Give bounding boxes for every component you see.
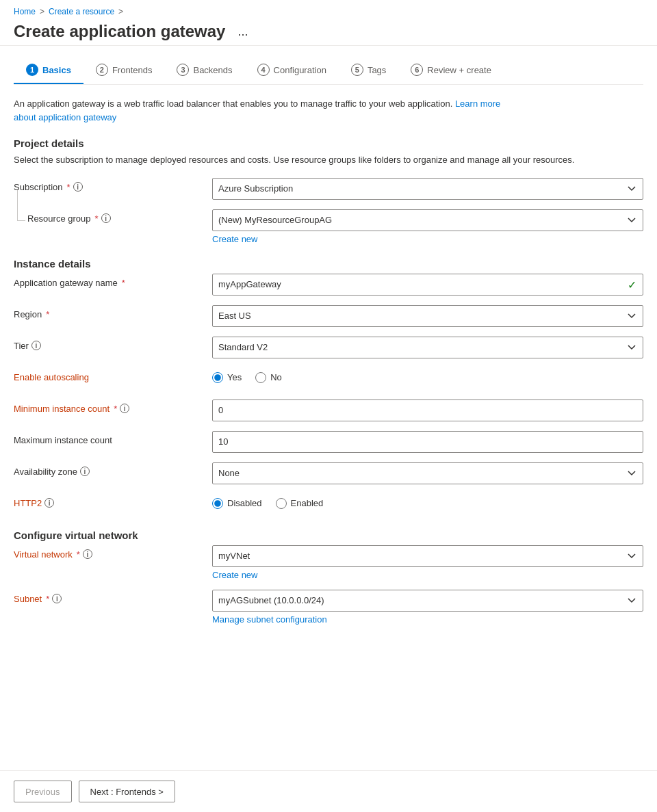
region-select[interactable]: East US	[212, 305, 643, 327]
http2-disabled-option[interactable]: Disabled	[212, 498, 262, 509]
about-app-gateway-link[interactable]: about application gateway	[14, 112, 116, 122]
gateway-name-input-wrapper: ✓	[212, 274, 643, 296]
tab-number-tags: 5	[351, 64, 363, 76]
min-instance-input[interactable]	[212, 400, 643, 421]
tab-basics[interactable]: 1 Basics	[14, 57, 83, 84]
availability-zone-control: None	[212, 462, 643, 484]
autoscaling-no-option[interactable]: No	[255, 372, 282, 383]
tier-control: Standard V2	[212, 337, 643, 358]
subscription-control: Azure Subscription	[212, 178, 643, 200]
tab-review-create[interactable]: 6 Review + create	[398, 57, 504, 84]
ellipsis-button[interactable]: ...	[233, 23, 252, 40]
vnet-create-new[interactable]: Create new	[212, 570, 643, 580]
tab-number-review: 6	[411, 64, 423, 76]
max-instance-input[interactable]	[212, 431, 643, 453]
gateway-name-control: ✓	[212, 274, 643, 296]
breadcrumb-sep1: >	[40, 7, 44, 16]
subscription-row: Subscription * i Azure Subscription	[14, 178, 643, 200]
vnet-required: *	[77, 549, 80, 560]
tier-label: Tier i	[14, 337, 212, 351]
autoscaling-radio-group: Yes No	[212, 368, 643, 383]
footer: Previous Next : Frontends >	[0, 770, 657, 812]
subscription-select[interactable]: Azure Subscription	[212, 178, 643, 200]
min-instance-required: *	[114, 404, 117, 414]
resource-group-label: Resource group * i	[14, 209, 212, 224]
resource-group-required: *	[95, 213, 99, 224]
http2-enabled-option[interactable]: Enabled	[276, 498, 324, 509]
autoscaling-label: Enable autoscaling	[14, 368, 212, 382]
autoscaling-yes-radio[interactable]	[212, 372, 223, 383]
tab-number-basics: 1	[26, 64, 38, 76]
max-instance-label: Maximum instance count	[14, 431, 212, 445]
breadcrumb-create-resource[interactable]: Create a resource	[49, 7, 114, 16]
http2-disabled-label: Disabled	[227, 498, 262, 508]
http2-disabled-radio[interactable]	[212, 498, 223, 509]
subscription-info-icon[interactable]: i	[73, 182, 83, 192]
region-control: East US	[212, 305, 643, 327]
gateway-name-required: *	[122, 278, 125, 288]
tab-label-configuration: Configuration	[274, 65, 326, 75]
resource-group-select[interactable]: (New) MyResourceGroupAG	[212, 209, 643, 231]
vnet-select[interactable]: myVNet	[212, 545, 643, 567]
breadcrumb-home[interactable]: Home	[14, 7, 36, 16]
autoscaling-no-radio[interactable]	[255, 372, 266, 383]
resource-group-control: (New) MyResourceGroupAG Create new	[212, 209, 643, 244]
http2-enabled-radio[interactable]	[276, 498, 287, 509]
tab-number-frontends: 2	[96, 64, 108, 76]
tab-configuration[interactable]: 4 Configuration	[245, 57, 339, 84]
manage-subnet-link[interactable]: Manage subnet configuration	[212, 614, 643, 625]
tab-number-backends: 3	[177, 64, 189, 76]
next-button[interactable]: Next : Frontends >	[79, 781, 175, 802]
vnet-info-icon[interactable]: i	[83, 549, 92, 559]
autoscaling-yes-option[interactable]: Yes	[212, 372, 242, 383]
subscription-required: *	[67, 182, 70, 192]
availability-zone-row: Availability zone i None	[14, 462, 643, 484]
http2-enabled-label: Enabled	[291, 498, 324, 508]
tab-tags[interactable]: 5 Tags	[339, 57, 398, 84]
availability-zone-info-icon[interactable]: i	[80, 467, 90, 476]
gateway-name-input[interactable]	[212, 274, 643, 296]
breadcrumb: Home > Create a resource >	[14, 7, 643, 16]
previous-button[interactable]: Previous	[14, 781, 72, 802]
gateway-name-label: Application gateway name *	[14, 274, 212, 288]
subnet-label: Subnet * i	[14, 590, 212, 604]
tab-frontends[interactable]: 2 Frontends	[83, 57, 165, 84]
region-row: Region * East US	[14, 305, 643, 327]
http2-label: HTTP2 i	[14, 494, 212, 508]
vnet-section-header: Configure virtual network	[14, 529, 643, 541]
tab-label-frontends: Frontends	[112, 65, 153, 75]
min-instance-row: Minimum instance count * i	[14, 400, 643, 421]
resource-group-row: Resource group * i (New) MyResourceGroup…	[14, 209, 643, 244]
http2-info-icon[interactable]: i	[44, 498, 54, 508]
info-text: An application gateway is a web traffic …	[14, 99, 452, 109]
tab-label-review: Review + create	[427, 65, 491, 75]
project-details-desc: Select the subscription to manage deploy…	[14, 153, 643, 167]
tier-info-icon[interactable]: i	[31, 341, 41, 350]
learn-more-link[interactable]: Learn more	[455, 99, 500, 109]
region-label: Region *	[14, 305, 212, 319]
breadcrumb-sep2: >	[118, 7, 123, 16]
min-instance-control	[212, 400, 643, 421]
tab-backends[interactable]: 3 Backends	[164, 57, 244, 84]
availability-zone-select[interactable]: None	[212, 462, 643, 484]
availability-zone-label: Availability zone i	[14, 462, 212, 477]
project-details-header: Project details	[14, 137, 643, 149]
subnet-row: Subnet * i myAGSubnet (10.0.0.0/24) Mana…	[14, 590, 643, 625]
tier-select[interactable]: Standard V2	[212, 337, 643, 358]
subnet-select[interactable]: myAGSubnet (10.0.0.0/24)	[212, 590, 643, 612]
tab-number-configuration: 4	[257, 64, 270, 76]
subnet-info-icon[interactable]: i	[52, 594, 62, 603]
min-instance-info-icon[interactable]: i	[120, 404, 129, 413]
max-instance-row: Maximum instance count	[14, 431, 643, 453]
tab-label-backends: Backends	[193, 65, 232, 75]
max-instance-control	[212, 431, 643, 453]
tier-row: Tier i Standard V2	[14, 337, 643, 358]
tab-label-tags: Tags	[368, 65, 386, 75]
http2-radio-group: Disabled Enabled	[212, 494, 643, 509]
resource-group-info-icon[interactable]: i	[101, 213, 111, 223]
tab-label-basics: Basics	[42, 65, 71, 75]
resource-group-create-new[interactable]: Create new	[212, 234, 643, 244]
min-instance-label: Minimum instance count * i	[14, 400, 212, 414]
page-title: Create application gateway	[14, 22, 225, 41]
vnet-control: myVNet Create new	[212, 545, 643, 580]
